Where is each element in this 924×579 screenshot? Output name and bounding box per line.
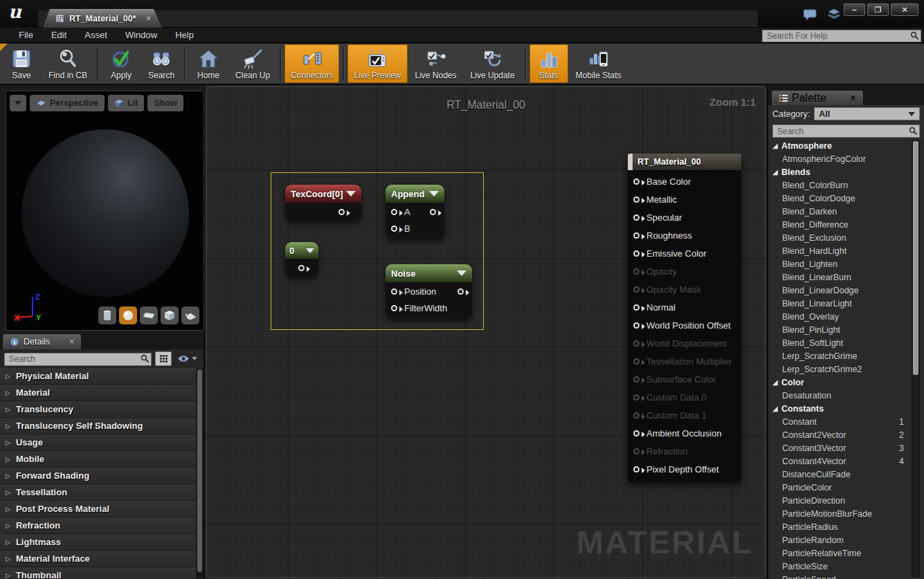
details-category-row[interactable]: ▷ Material (0, 385, 196, 401)
pin-circle-icon[interactable] (633, 376, 640, 383)
help-search-input[interactable] (762, 30, 921, 42)
node-constant-output[interactable] (285, 259, 318, 277)
preview-viewport[interactable]: Perspective Lit Show Z Y X (6, 91, 204, 331)
engine-version-icon[interactable] (827, 8, 841, 21)
material-pin[interactable]: Emissive Color (628, 244, 741, 262)
pin-circle-icon[interactable] (391, 226, 397, 232)
material-pin[interactable]: Subsurface Color (628, 370, 741, 388)
details-category-row[interactable]: ▷ Thumbnail (0, 567, 196, 579)
chevron-down-icon[interactable] (457, 270, 466, 276)
menu-asset[interactable]: Asset (75, 30, 116, 40)
details-category-row[interactable]: ▷ Post Process Material (0, 501, 196, 517)
material-pin[interactable]: Base Color (628, 172, 741, 190)
node-append[interactable]: Append A B (386, 185, 444, 239)
pin-circle-icon[interactable] (633, 268, 640, 275)
palette-item[interactable]: ◢ Blend_Exclusion (770, 231, 908, 244)
pin-circle-icon[interactable] (633, 214, 640, 221)
palette-item[interactable]: ◢ Blend_Overlay (770, 310, 908, 323)
palette-scrollbar[interactable] (912, 140, 920, 577)
pin-circle-icon[interactable] (633, 286, 640, 293)
asset-tab[interactable]: RT_Material_00* × (43, 9, 162, 28)
chevron-down-icon[interactable] (346, 191, 356, 196)
pin-circle-icon[interactable] (633, 340, 640, 347)
palette-item[interactable]: ◢ ParticleMotionBlurFade (770, 507, 908, 520)
details-category-row[interactable]: ▷ Material Interface (0, 551, 196, 567)
viewport-options-button[interactable] (10, 95, 26, 111)
clean-up-button[interactable]: Clean Up (229, 44, 276, 83)
palette-item[interactable]: ◢ Blend_PinLight (770, 323, 908, 336)
palette-item[interactable]: ◢ Blend_LinearDodge (770, 284, 908, 297)
palette-item[interactable]: ◢ ParticleSize (770, 560, 908, 573)
pin-circle-icon[interactable] (633, 250, 640, 257)
palette-item[interactable]: ◢ Blend_ColorBurn (770, 178, 908, 192)
node-constant[interactable]: 0 (285, 242, 318, 277)
pin-circle-icon[interactable] (633, 466, 640, 472)
pin-circle-icon[interactable] (633, 430, 640, 436)
node-noise-pin-position[interactable]: Position (386, 282, 472, 300)
details-category-row[interactable]: ▷ Usage (0, 434, 196, 450)
palette-item[interactable]: ◢ Blends (770, 165, 908, 178)
pin-circle-icon[interactable] (391, 209, 397, 215)
material-pin[interactable]: Ambient Occlusion (628, 424, 741, 442)
category-dropdown[interactable]: All (814, 107, 920, 120)
palette-item[interactable]: ◢ Blend_SoftLight (770, 336, 908, 349)
material-pin[interactable]: Custom Data 1 (628, 406, 741, 424)
live-update-button[interactable]: Live Update (464, 44, 521, 83)
pin-circle-icon[interactable] (458, 288, 464, 295)
chevron-down-icon[interactable] (429, 191, 439, 196)
node-noise-header[interactable]: Noise (386, 264, 472, 282)
perspective-button[interactable]: Perspective (30, 95, 105, 111)
maximize-button[interactable]: ❐ (867, 3, 889, 16)
palette-item[interactable]: ◢ Blend_LinearBurn (770, 270, 908, 284)
details-category-row[interactable]: ▷ Refraction (0, 517, 196, 533)
node-noise[interactable]: Noise Position FilterWidth (386, 264, 472, 318)
palette-item[interactable]: ◢ Color (770, 376, 908, 389)
palette-item[interactable]: ◢ Lerp_ScratchGrime (770, 349, 908, 362)
details-category-row[interactable]: ▷ Physical Material (0, 368, 196, 384)
details-search-input[interactable] (4, 353, 152, 366)
pin-circle-icon[interactable] (391, 305, 397, 311)
node-texcoord-header[interactable]: TexCoord[0] (285, 185, 361, 203)
menu-edit[interactable]: Edit (42, 30, 75, 40)
palette-item[interactable]: ◢ AtmosphericFogColor (770, 152, 908, 165)
palette-item[interactable]: ◢ Constant4Vector 4 (770, 454, 908, 468)
pin-circle-icon[interactable] (633, 412, 640, 419)
palette-scrollbar-thumb[interactable] (913, 141, 918, 375)
palette-item[interactable]: ◢ Blend_ColorDodge (770, 192, 908, 205)
pin-circle-icon[interactable] (298, 265, 305, 271)
show-button[interactable]: Show (147, 95, 183, 111)
material-pin[interactable]: Metallic (628, 190, 741, 208)
home-button[interactable]: Home (189, 44, 228, 83)
live-preview-button[interactable]: Live Preview (347, 44, 407, 83)
palette-tab-close-icon[interactable]: × (850, 92, 856, 104)
material-pin[interactable]: Custom Data 0 (628, 388, 741, 406)
palette-item[interactable]: ◢ ParticleDirection (770, 494, 908, 507)
palette-item[interactable]: ◢ Atmosphere (770, 139, 908, 152)
cube-shape-button[interactable] (161, 306, 179, 324)
palette-item[interactable]: ◢ Constants (770, 402, 908, 415)
teapot-shape-button[interactable] (181, 306, 199, 324)
palette-item[interactable]: ◢ Blend_LinearLight (770, 297, 908, 310)
material-pin[interactable]: Pixel Depth Offset (628, 460, 741, 478)
search-button[interactable]: Search (142, 44, 181, 83)
material-pin[interactable]: Refraction (628, 442, 741, 460)
palette-item[interactable]: ◢ ParticleRelativeTime (770, 546, 908, 560)
details-category-row[interactable]: ▷ Translucency Self Shadowing (0, 418, 196, 434)
details-scrollbar-thumb[interactable] (197, 369, 202, 572)
connectors-button[interactable]: Connectors (284, 44, 339, 83)
tab-close-icon[interactable]: × (146, 15, 151, 23)
material-pin[interactable]: Tessellation Multiplier (628, 352, 741, 370)
pin-circle-icon[interactable] (633, 196, 640, 203)
pin-circle-icon[interactable] (633, 448, 640, 454)
material-pin[interactable]: Specular (628, 208, 741, 226)
cylinder-shape-button[interactable] (98, 306, 116, 324)
menu-window[interactable]: Window (116, 30, 166, 40)
find-in-cb-button[interactable]: Find in CB (42, 44, 93, 83)
details-category-row[interactable]: ▷ Tessellation (0, 484, 196, 500)
palette-tab[interactable]: Palette × (771, 90, 864, 105)
mobile-stats-button[interactable]: Mobile Stats (570, 44, 628, 83)
property-matrix-button[interactable] (155, 351, 172, 366)
palette-search-input[interactable] (772, 125, 920, 138)
palette-item[interactable]: ◢ ParticleSpeed (770, 573, 908, 579)
sphere-shape-button[interactable] (119, 306, 137, 324)
